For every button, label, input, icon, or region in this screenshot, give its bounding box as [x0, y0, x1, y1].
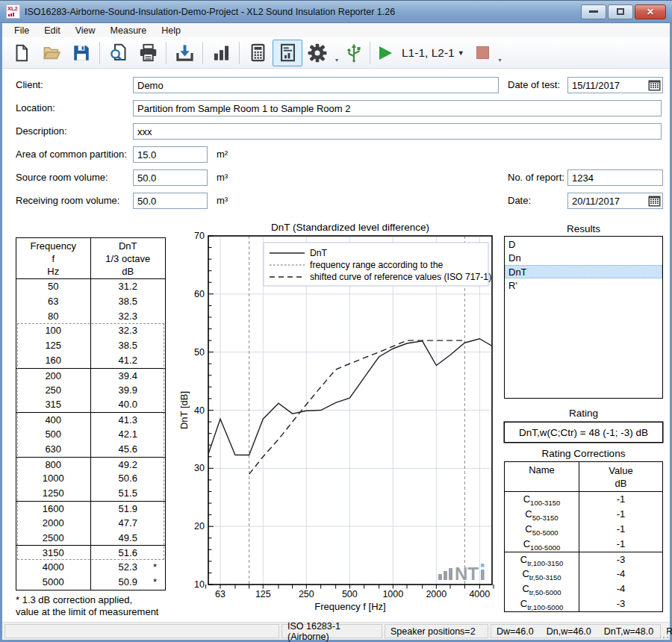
corrections-header: Name ValuedB: [505, 462, 662, 492]
results-item-Dn[interactable]: Dn: [505, 251, 662, 264]
gear-icon: [307, 43, 328, 63]
date-field: [567, 193, 663, 209]
frequency-table: FrequencyfHz DnT1/3 octavedB 5031.26338.…: [16, 237, 166, 590]
calendar-icon[interactable]: [648, 195, 661, 207]
import-button[interactable]: [169, 40, 199, 66]
date-of-test-field: [567, 77, 663, 93]
results-item-R'[interactable]: R': [505, 278, 662, 292]
results-item-D[interactable]: D: [505, 237, 662, 251]
calendar-icon[interactable]: [648, 79, 661, 91]
save-button[interactable]: [66, 40, 96, 66]
svg-text:30: 30: [194, 463, 205, 473]
print-icon: [138, 43, 158, 63]
freq-row: 160051.9: [16, 501, 165, 516]
new-document-button[interactable]: [7, 40, 37, 66]
results-item-DnT[interactable]: DnT: [505, 265, 662, 278]
svg-text:125: 125: [255, 589, 271, 599]
results-list[interactable]: DDnDnTR': [504, 236, 663, 399]
minimize-button[interactable]: [581, 4, 606, 19]
calculator-button[interactable]: [243, 40, 273, 66]
calculator-icon: [248, 43, 268, 63]
import-icon: [175, 43, 195, 63]
status-metrics: Dw=46.0Dn,w=46.0DnT,w=48.0R'w=47.0: [491, 624, 661, 638]
svg-text:NT: NT: [455, 564, 479, 584]
chevron-down-icon[interactable]: ▼: [458, 49, 464, 57]
status-metric: Dn,w=46.0: [547, 626, 591, 637]
location-label: Location:: [16, 100, 55, 116]
description-label: Description:: [16, 123, 67, 140]
source-volume-input[interactable]: [133, 169, 208, 186]
toolbar: ▾ L1-1, L2-1 ▼ ▾: [2, 37, 670, 69]
menu-bar: FileEditViewMeasureHelp: [2, 23, 670, 37]
measurement-chart-button[interactable]: [206, 40, 236, 66]
rating-title: Rating: [504, 408, 663, 419]
client-label: Client:: [16, 77, 43, 93]
app-icon: XL2: [6, 4, 20, 19]
toolbar-overflow-button[interactable]: ▾: [332, 40, 341, 66]
svg-text:DnT (Standardized level differ: DnT (Standardized level difference): [271, 222, 429, 233]
receiving-volume-unit: m³: [217, 193, 228, 209]
menu-file[interactable]: File: [7, 24, 37, 37]
settings-button[interactable]: [302, 40, 332, 66]
svg-text:63: 63: [215, 589, 225, 599]
resize-grip[interactable]: [660, 630, 669, 639]
save-icon: [72, 43, 91, 63]
status-empty: [4, 624, 279, 638]
status-metric: Dw=46.0: [497, 626, 534, 637]
svg-text:DnT: DnT: [310, 248, 328, 258]
location-input[interactable]: [133, 100, 662, 116]
freq-row: 125051.5: [16, 486, 165, 501]
svg-text:20: 20: [194, 521, 205, 532]
results-title: Results: [504, 223, 663, 234]
stop-button[interactable]: [472, 40, 494, 66]
freq-row: 400052.3*: [16, 560, 165, 575]
nti-logo: NT: [438, 564, 485, 584]
menu-view[interactable]: View: [68, 24, 103, 37]
freq-row: 8032.3: [16, 309, 165, 324]
area-input[interactable]: [133, 146, 208, 163]
freq-row: 250049.5: [16, 531, 165, 546]
toolbar-separator: [239, 42, 240, 64]
print-button[interactable]: [133, 40, 163, 66]
maximize-button[interactable]: [608, 4, 633, 19]
open-button[interactable]: [37, 40, 66, 66]
freq-row: 63045.6: [16, 442, 165, 457]
freq-row: 31540.0: [16, 397, 165, 412]
menu-help[interactable]: Help: [154, 24, 188, 37]
print-preview-button[interactable]: [103, 40, 133, 66]
freq-row: 50042.1: [16, 427, 165, 442]
status-metric: DnT,w=48.0: [604, 626, 653, 637]
menu-measure[interactable]: Measure: [103, 24, 155, 37]
bar-chart-icon: [211, 43, 231, 63]
measurement-selector[interactable]: L1-1, L2-1: [402, 46, 455, 60]
toolbar-separator: [166, 42, 167, 64]
usb-connect-button[interactable]: [341, 40, 367, 66]
rating-corrections-table: Name ValuedB C100-3150-1C50-3150-1C50-50…: [504, 461, 663, 612]
menu-edit[interactable]: Edit: [37, 24, 68, 37]
status-standard: ISO 16283-1 (Airborne): [281, 624, 382, 638]
window-title: ISO16283-Airborne-Sound-Insulation-Demo-…: [25, 7, 395, 17]
report-no-label: No. of report:: [508, 169, 564, 186]
close-button[interactable]: ✕: [635, 4, 666, 19]
toolbar-separator: [99, 42, 100, 64]
status-speaker-positions: Speaker positions=2: [385, 624, 488, 638]
svg-text:10: 10: [194, 579, 205, 590]
play-icon: [377, 45, 393, 61]
toolbar-overflow-button[interactable]: ▾: [496, 40, 505, 66]
svg-text:40: 40: [194, 405, 205, 416]
client-input[interactable]: [133, 77, 499, 93]
receiving-volume-input[interactable]: [133, 193, 208, 209]
print-preview-icon: [108, 43, 128, 63]
report-button[interactable]: [273, 40, 302, 66]
minimize-icon: [589, 10, 598, 13]
svg-text:shifted curve of reference val: shifted curve of reference values (ISO 7…: [310, 272, 491, 282]
play-button[interactable]: [373, 40, 397, 66]
svg-text:2000: 2000: [426, 589, 447, 599]
svg-text:70: 70: [194, 231, 205, 241]
title-bar[interactable]: XL2 ISO16283-Airborne-Sound-Insulation-D…: [0, 0, 672, 23]
stop-icon: [476, 46, 489, 59]
report-no-input[interactable]: [567, 169, 663, 186]
toolbar-separator: [202, 42, 203, 64]
description-input[interactable]: [133, 123, 662, 140]
svg-text:DnT [dB]: DnT [dB]: [178, 391, 190, 429]
